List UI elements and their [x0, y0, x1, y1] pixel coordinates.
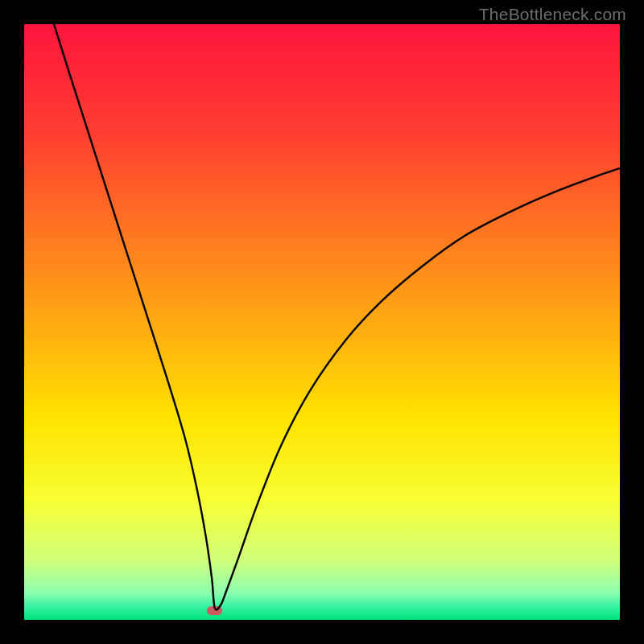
- plot-area: [24, 24, 620, 620]
- watermark-text: TheBottleneck.com: [479, 5, 626, 24]
- chart-frame: TheBottleneck.com: [0, 0, 644, 644]
- bottleneck-curve: [24, 24, 620, 620]
